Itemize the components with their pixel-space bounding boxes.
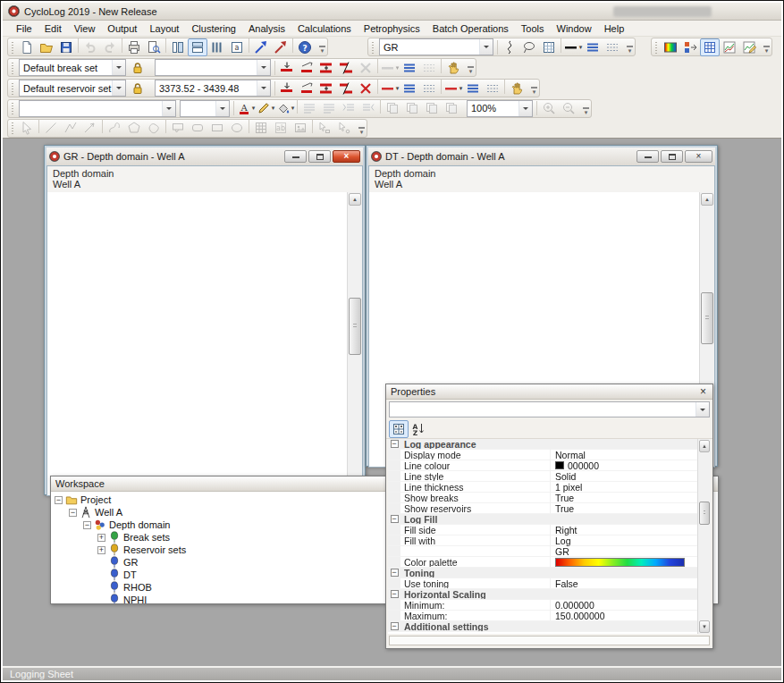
gr-scrollbar[interactable]: ▲ ▼ bbox=[347, 192, 362, 495]
insert-reservoir-button[interactable]: ▾ bbox=[277, 80, 297, 97]
dt-scrollbar-thumb[interactable] bbox=[701, 292, 713, 344]
table-tool-button[interactable]: ▾ bbox=[251, 119, 271, 137]
property-row[interactable]: − Show reservoirs True bbox=[388, 503, 697, 514]
scroll-up-icon[interactable]: ▲ bbox=[349, 193, 361, 206]
menu-item[interactable]: Analysis bbox=[242, 22, 291, 35]
open-button[interactable]: ▾ bbox=[37, 38, 56, 56]
annotation-combobox[interactable] bbox=[19, 100, 176, 117]
polyline-tool-button[interactable]: ▾ bbox=[61, 119, 80, 137]
property-row[interactable]: − Show breaks True bbox=[388, 493, 697, 503]
font-color-dropdown[interactable]: ▾ bbox=[236, 99, 256, 117]
pan-reservoir-button[interactable]: ▾ bbox=[507, 80, 527, 97]
reservoir-top-line-dropdown[interactable]: ▾ bbox=[380, 80, 400, 97]
pan-button[interactable]: ▾ bbox=[443, 59, 463, 77]
scroll-up-icon[interactable]: ▲ bbox=[699, 440, 710, 452]
property-row[interactable]: − Use toning False bbox=[388, 578, 697, 589]
toolbar-grip[interactable] bbox=[11, 122, 14, 134]
lock-break-set-button[interactable] bbox=[128, 59, 148, 77]
reservoir-set-combobox[interactable]: Default reservoir set bbox=[19, 80, 126, 97]
minimize-button[interactable] bbox=[636, 150, 659, 163]
gr-window-titlebar[interactable]: GR - Depth domain - Well A × bbox=[46, 148, 363, 165]
split-break-button[interactable]: ▾ bbox=[336, 59, 356, 77]
data-table-button[interactable]: ▾ bbox=[539, 38, 559, 56]
toolbar-overflow[interactable]: ▾ bbox=[358, 127, 365, 135]
tree-expander[interactable] bbox=[83, 521, 91, 529]
properties-scrollbar-thumb[interactable] bbox=[699, 502, 710, 525]
group-button[interactable]: ▾ bbox=[422, 99, 442, 117]
callout-tool-button[interactable]: ▾ bbox=[168, 119, 188, 137]
new-button[interactable]: ▾ bbox=[17, 38, 37, 56]
reservoir-base-line-dropdown[interactable]: ▾ bbox=[443, 80, 463, 97]
menu-item[interactable]: View bbox=[68, 22, 102, 35]
delete-reservoir-button[interactable]: ▾ bbox=[356, 80, 375, 97]
lock-reservoir-set-button[interactable] bbox=[128, 80, 148, 97]
property-row[interactable]: − Color palette bbox=[388, 557, 697, 568]
gr-log-plot[interactable] bbox=[47, 192, 347, 495]
move-reservoir-button[interactable]: ▾ bbox=[297, 80, 316, 97]
toolbar-grip[interactable] bbox=[654, 41, 658, 54]
merge-reservoir-button[interactable]: ▾ bbox=[316, 80, 336, 97]
send-back-button[interactable]: ▾ bbox=[402, 99, 422, 117]
lasso-select-button[interactable]: ▾ bbox=[519, 38, 539, 56]
close-button[interactable]: × bbox=[333, 150, 360, 163]
process-red-button[interactable]: ▾ bbox=[271, 38, 291, 56]
property-row[interactable]: − Log Fill bbox=[388, 514, 697, 525]
tree-expander[interactable] bbox=[69, 509, 77, 517]
tree-expander[interactable] bbox=[97, 534, 105, 542]
category-collapse-icon[interactable]: − bbox=[391, 569, 399, 577]
break-line-pattern-button[interactable]: ▾ bbox=[419, 59, 439, 77]
toolbar-overflow[interactable]: ▾ bbox=[583, 107, 589, 115]
gr-scrollbar-thumb[interactable] bbox=[349, 298, 361, 355]
category-collapse-icon[interactable]: − bbox=[391, 590, 399, 598]
dt-window-titlebar[interactable]: DT - Depth domain - Well A × bbox=[368, 148, 715, 165]
menu-item[interactable]: Batch Operations bbox=[426, 22, 515, 35]
merge-break-button[interactable]: ▾ bbox=[316, 59, 336, 77]
zoom-out-button[interactable]: ▾ bbox=[559, 99, 578, 117]
break-set-combobox[interactable]: Default break set bbox=[19, 59, 126, 76]
property-row[interactable]: − Horizontal Scaling bbox=[388, 589, 697, 600]
layout-panes-button[interactable]: ▾ bbox=[207, 38, 227, 56]
property-row[interactable]: − Display mode Normal bbox=[388, 450, 697, 460]
property-row[interactable]: − Line style Solid bbox=[388, 471, 697, 482]
properties-panel-header[interactable]: Properties × bbox=[386, 384, 712, 400]
insert-break-button[interactable]: ▾ bbox=[277, 59, 297, 77]
log-curve-button[interactable]: ▾ bbox=[500, 38, 519, 56]
menu-item[interactable]: Help bbox=[598, 22, 631, 35]
menu-item[interactable]: Tools bbox=[515, 22, 551, 35]
property-row[interactable]: − Toning bbox=[388, 568, 697, 578]
categorized-view-button[interactable] bbox=[389, 420, 409, 438]
active-log-combobox[interactable]: GR bbox=[379, 38, 493, 55]
ellipse-tool-button[interactable]: ▾ bbox=[227, 119, 247, 137]
fill-color-dropdown[interactable]: ▾ bbox=[275, 99, 295, 117]
layout-annotation-button[interactable]: ▾ bbox=[227, 38, 247, 56]
toolbar-grip[interactable] bbox=[11, 41, 14, 54]
color-map-button[interactable]: ▾ bbox=[661, 38, 680, 56]
ungroup-button[interactable]: ▾ bbox=[442, 99, 461, 117]
zoom-combobox[interactable]: 100% bbox=[467, 100, 533, 117]
polygon-tool-button[interactable]: ▾ bbox=[124, 119, 144, 137]
undo-button[interactable]: ▾ bbox=[80, 38, 100, 56]
save-button[interactable]: ▾ bbox=[56, 38, 76, 56]
line-style-dropdown[interactable]: ▾ bbox=[563, 38, 583, 56]
toolbar-overflow[interactable]: ▾ bbox=[531, 87, 537, 95]
print-preview-button[interactable]: ▾ bbox=[144, 38, 164, 56]
menu-item[interactable]: Edit bbox=[38, 22, 68, 35]
grid-view-button[interactable]: ▾ bbox=[700, 38, 720, 56]
layout-columns-button[interactable]: ▾ bbox=[168, 38, 188, 56]
toolbar-overflow[interactable]: ▾ bbox=[763, 46, 770, 54]
maximize-button[interactable] bbox=[308, 150, 331, 163]
align-right-button[interactable]: ▾ bbox=[319, 99, 339, 117]
menu-item[interactable]: Petrophysics bbox=[358, 22, 426, 35]
property-row[interactable]: − Additional settings bbox=[388, 621, 697, 632]
toolbar-overflow[interactable]: ▾ bbox=[468, 66, 474, 74]
menu-item[interactable]: Window bbox=[551, 22, 598, 35]
toolbar-grip[interactable] bbox=[11, 82, 14, 95]
alphabetical-sort-button[interactable] bbox=[409, 420, 428, 438]
redo-button[interactable]: ▾ bbox=[100, 38, 120, 56]
toolbar-overflow[interactable]: ▾ bbox=[319, 46, 325, 54]
property-row[interactable]: − Minimum: 0.000000 bbox=[388, 600, 697, 611]
reservoir-base-weight-button[interactable]: ▾ bbox=[463, 80, 483, 97]
break-line-style-dropdown[interactable]: ▾ bbox=[380, 59, 400, 77]
close-button[interactable]: × bbox=[685, 150, 712, 163]
toolbar-overflow[interactable]: ▾ bbox=[627, 46, 633, 54]
